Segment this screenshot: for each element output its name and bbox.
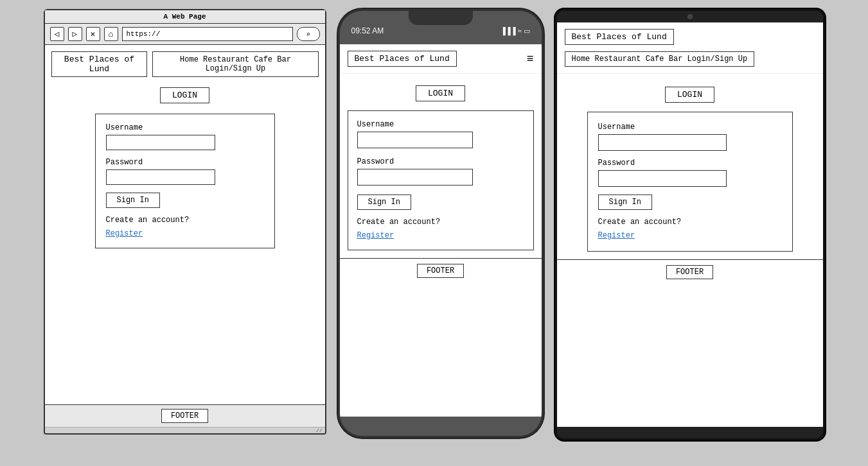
phone-login-form: Username Password Sign In Create an acco… bbox=[348, 110, 534, 250]
hamburger-icon[interactable]: ≡ bbox=[527, 53, 534, 65]
desktop-wireframe: A Web Page ◁ ▷ ✕ ⌂ ⌕ Best Places of Lund… bbox=[44, 9, 326, 435]
desktop-login-title[interactable]: LOGIN bbox=[160, 87, 209, 103]
desktop-password-input[interactable] bbox=[106, 169, 215, 185]
phone-time: 09:52 AM bbox=[351, 26, 384, 35]
tablet-top-bar bbox=[557, 11, 823, 22]
desktop-signin-button[interactable]: Sign In bbox=[106, 193, 160, 208]
mobile-phone-frame: 09:52 AM ▐▐▐ ≈ ▭ Best Places of Lund ≡ L… bbox=[338, 9, 544, 438]
desktop-brand-button[interactable]: Best Places of Lund bbox=[51, 51, 148, 77]
tablet-username-label: Username bbox=[598, 123, 782, 132]
phone-nav-bar: Best Places of Lund ≡ bbox=[340, 44, 542, 74]
tablet-login-heading: LOGIN bbox=[565, 87, 815, 103]
desktop-titlebar: A Web Page bbox=[45, 10, 325, 24]
tablet-brand-button[interactable]: Best Places of Lund bbox=[565, 29, 674, 45]
battery-icon: ▭ bbox=[524, 27, 530, 35]
desktop-page-content: Best Places of Lund Home Restaurant Cafe… bbox=[45, 45, 325, 404]
tablet-frame: Best Places of Lund Home Restaurant Cafe… bbox=[555, 9, 825, 440]
phone-create-account-text: Create an account? bbox=[357, 218, 524, 227]
phone-register-link[interactable]: Register bbox=[357, 231, 394, 240]
signal-icon: ▐▐▐ bbox=[500, 27, 515, 35]
desktop-footer: FOOTER bbox=[45, 404, 325, 427]
desktop-password-label: Password bbox=[106, 158, 264, 167]
tablet-nav-links-button[interactable]: Home Restaurant Cafe Bar Login/Sign Up bbox=[565, 51, 755, 67]
tablet-camera bbox=[687, 14, 693, 19]
phone-screen: Best Places of Lund ≡ LOGIN Username Pas… bbox=[340, 44, 542, 417]
phone-brand-button[interactable]: Best Places of Lund bbox=[348, 51, 457, 67]
desktop-username-label: Username bbox=[106, 123, 264, 132]
desktop-nav-links-button[interactable]: Home Restaurant Cafe Bar Login/Sign Up bbox=[152, 51, 318, 77]
phone-footer-button[interactable]: FOOTER bbox=[417, 264, 464, 278]
back-icon: ◁ bbox=[55, 29, 60, 39]
phone-password-label: Password bbox=[357, 157, 524, 166]
wifi-icon: ≈ bbox=[517, 27, 521, 35]
close-button[interactable]: ✕ bbox=[86, 27, 100, 41]
tablet-page-content: LOGIN Username Password Sign In Create a… bbox=[557, 74, 823, 259]
phone-password-input[interactable] bbox=[357, 169, 473, 186]
tablet-create-account-text: Create an account? bbox=[598, 218, 782, 227]
search-icon: ⌕ bbox=[306, 30, 310, 39]
search-button[interactable]: ⌕ bbox=[297, 27, 320, 41]
phone-username-input[interactable] bbox=[357, 132, 473, 148]
desktop-footer-button[interactable]: FOOTER bbox=[161, 409, 208, 423]
phone-login-heading: LOGIN bbox=[348, 85, 534, 101]
phone-top-bar: 09:52 AM ▐▐▐ ≈ ▭ bbox=[340, 11, 542, 44]
tablet-login-title[interactable]: LOGIN bbox=[665, 87, 714, 103]
phone-footer: FOOTER bbox=[340, 258, 542, 283]
desktop-nav-bar: Best Places of Lund Home Restaurant Cafe… bbox=[51, 51, 319, 77]
forward-button[interactable]: ▷ bbox=[68, 27, 82, 41]
home-icon: ⌂ bbox=[109, 30, 114, 39]
phone-username-label: Username bbox=[357, 120, 524, 129]
desktop-login-form: Username Password Sign In Create an acco… bbox=[95, 114, 275, 248]
url-bar[interactable] bbox=[122, 27, 293, 41]
phone-login-title[interactable]: LOGIN bbox=[416, 85, 465, 101]
tablet-bottom-bar bbox=[557, 427, 823, 438]
phone-bottom-bar bbox=[340, 417, 542, 436]
desktop-register-link[interactable]: Register bbox=[106, 229, 143, 238]
close-icon: ✕ bbox=[91, 29, 96, 39]
phone-status-icons: ▐▐▐ ≈ ▭ bbox=[500, 27, 529, 35]
desktop-username-input[interactable] bbox=[106, 135, 215, 150]
forward-icon: ▷ bbox=[73, 29, 78, 39]
tablet-login-form: Username Password Sign In Create an acco… bbox=[587, 112, 793, 252]
desktop-toolbar: ◁ ▷ ✕ ⌂ ⌕ bbox=[45, 24, 325, 45]
tablet-signin-button[interactable]: Sign In bbox=[598, 194, 652, 210]
home-button[interactable]: ⌂ bbox=[104, 27, 118, 41]
desktop-login-heading: LOGIN bbox=[51, 87, 319, 103]
tablet-password-input[interactable] bbox=[598, 170, 727, 187]
tablet-footer: FOOTER bbox=[557, 259, 823, 284]
tablet-password-label: Password bbox=[598, 159, 782, 168]
tablet-nav-bar: Best Places of Lund Home Restaurant Cafe… bbox=[557, 22, 823, 74]
desktop-create-account-text: Create an account? bbox=[106, 216, 264, 225]
phone-notch bbox=[409, 11, 473, 25]
phone-page-content: LOGIN Username Password Sign In Create a… bbox=[340, 74, 542, 258]
phone-signin-button[interactable]: Sign In bbox=[357, 194, 411, 210]
back-button[interactable]: ◁ bbox=[50, 27, 64, 41]
desktop-statusbar: // bbox=[45, 427, 325, 433]
desktop-title-text: A Web Page bbox=[163, 13, 206, 21]
tablet-username-input[interactable] bbox=[598, 134, 727, 151]
tablet-footer-button[interactable]: FOOTER bbox=[666, 265, 713, 279]
tablet-screen: Best Places of Lund Home Restaurant Cafe… bbox=[557, 22, 823, 427]
tablet-register-link[interactable]: Register bbox=[598, 231, 635, 240]
